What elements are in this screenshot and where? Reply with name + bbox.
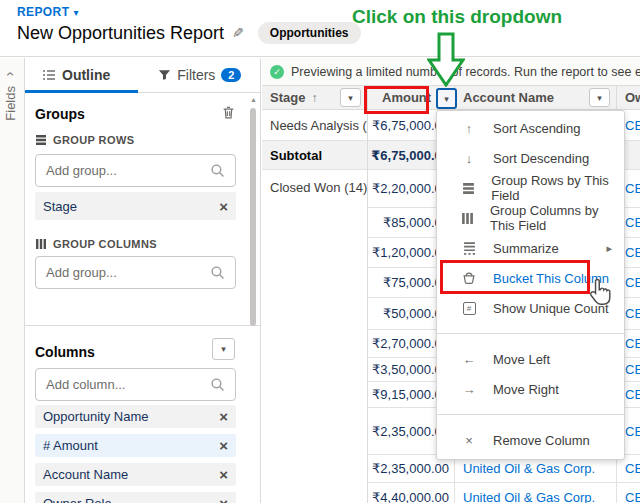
move-left-icon: ← <box>461 352 477 367</box>
menu-item-summarize[interactable]: Summarize▸ <box>437 233 624 263</box>
object-badge: Opportunities <box>258 22 361 44</box>
owner-role-link[interactable]: CEO <box>625 490 640 503</box>
stage-group-cell[interactable]: Closed Won (14) <box>262 170 367 195</box>
chip-label: Opportunity Name <box>43 409 219 424</box>
column-header-owner-role[interactable]: Owner Role <box>617 86 640 109</box>
stage-column-menu-button[interactable]: ▾ <box>340 88 361 107</box>
chip-remove-icon[interactable]: × <box>219 437 228 454</box>
owner-role-link[interactable]: CEO <box>625 306 640 321</box>
chip-remove-icon[interactable]: × <box>219 408 228 425</box>
chip-remove-icon[interactable]: × <box>219 466 228 483</box>
menu-item-label: Group Rows by This Field <box>491 173 624 203</box>
menu-item-sort-ascending[interactable]: ↑Sort Ascending <box>437 113 624 143</box>
sort-ascending-indicator-icon: ↑ <box>311 91 317 105</box>
group-columns-icon <box>35 238 47 250</box>
account-link[interactable]: United Oil & Gas Corp. <box>463 461 595 476</box>
column-header-account-name[interactable]: Account Name ▾ <box>455 86 617 109</box>
amount-column-dropdown-menu: ↑Sort Ascending↓Sort DescendingGroup Row… <box>436 110 625 460</box>
fields-panel-toggle[interactable]: › Fields <box>0 58 25 503</box>
filters-count-badge: 2 <box>221 68 241 82</box>
chip-label: # Amount <box>43 438 219 453</box>
column-chip[interactable]: Stage× <box>35 192 236 220</box>
tab-outline[interactable]: Outline <box>42 67 110 83</box>
column-chip[interactable]: Account Name× <box>35 463 236 486</box>
menu-item-label: Sort Ascending <box>493 121 580 136</box>
amount-column-menu-button[interactable]: ▾ <box>436 88 457 109</box>
scrollbar-thumb[interactable] <box>250 108 256 326</box>
add-column-input[interactable]: Add column... <box>35 368 236 401</box>
owner-role-link[interactable]: CEO <box>625 275 640 290</box>
owner-role-link[interactable]: CEO <box>625 387 640 402</box>
success-check-icon: ✓ <box>270 65 284 79</box>
menu-item-show-unique-count[interactable]: #Show Unique Count <box>437 293 624 323</box>
menu-item-label: Bucket This Column <box>493 271 609 286</box>
delete-groups-trash-icon[interactable] <box>221 105 236 123</box>
report-type-menu[interactable]: REPORT▾ <box>17 5 79 19</box>
owner-role-link[interactable]: CEO <box>625 336 640 351</box>
add-group-columns-input[interactable]: Add group... <box>35 256 236 289</box>
edit-pencil-icon[interactable]: ✎ <box>232 25 244 41</box>
columns-menu-button[interactable]: ▾ <box>212 338 235 360</box>
submenu-arrow-icon: ▸ <box>606 242 612 255</box>
chip-remove-icon[interactable]: × <box>219 495 228 503</box>
column-chip[interactable]: Owner Role× <box>35 492 236 503</box>
active-tab-indicator <box>25 90 138 93</box>
account-column-menu-button[interactable]: ▾ <box>589 88 610 107</box>
filter-funnel-icon <box>158 69 171 81</box>
menu-item-move-right[interactable]: →Move Right <box>437 374 624 404</box>
menu-item-label: Remove Column <box>493 433 590 448</box>
menu-item-group-columns-by-this-field[interactable]: Group Columns by This Field <box>437 203 624 233</box>
owner-role-link[interactable]: CEO <box>625 362 640 377</box>
report-builder-app: REPORT▾ New Opportunities Report ✎ Oppor… <box>0 0 640 503</box>
add-group-rows-input[interactable]: Add group... <box>35 154 236 187</box>
sidebar-scrollbar[interactable]: ▲ <box>250 96 257 503</box>
sort-ascending-icon: ↑ <box>461 121 477 136</box>
page-title: New Opportunities Report <box>17 23 224 44</box>
scrollbar-up-icon[interactable]: ▲ <box>250 96 257 103</box>
amount-cell: ₹4,40,000.00 <box>368 483 455 503</box>
annotation-arrow-down-icon <box>427 32 465 87</box>
remove-icon: × <box>461 433 477 448</box>
group-rows-icon <box>461 182 475 195</box>
tab-filters[interactable]: Filters 2 <box>158 67 241 83</box>
group-columns-label: GROUP COLUMNS <box>35 238 157 250</box>
report-label: REPORT <box>17 5 69 19</box>
account-cell: United Oil & Gas Corp. <box>455 483 617 503</box>
bucket-icon <box>461 271 477 285</box>
summarize-icon <box>461 242 477 255</box>
owner-role-link[interactable]: CEO <box>625 461 640 476</box>
chevron-right-icon: › <box>1 72 17 77</box>
tab-outline-label: Outline <box>62 67 110 83</box>
menu-item-sort-descending[interactable]: ↓Sort Descending <box>437 143 624 173</box>
menu-item-move-left[interactable]: ←Move Left <box>437 344 624 374</box>
owner-role-link[interactable]: CEO <box>625 424 640 439</box>
owner-role-link[interactable]: CEO <box>625 118 640 133</box>
menu-item-bucket-this-column[interactable]: Bucket This Column <box>437 263 624 293</box>
group-rows-label: GROUP ROWS <box>35 134 134 146</box>
search-icon <box>210 265 225 280</box>
add-column-placeholder: Add column... <box>46 377 210 392</box>
chip-remove-icon[interactable]: × <box>219 198 228 215</box>
menu-item-remove-column[interactable]: ×Remove Column <box>437 425 624 455</box>
owner-role-link[interactable]: CEO <box>625 245 640 260</box>
group-columns-icon <box>461 212 474 225</box>
account-link[interactable]: United Oil & Gas Corp. <box>463 490 595 503</box>
menu-item-label: Move Left <box>493 352 550 367</box>
menu-item-label: Summarize <box>493 241 559 256</box>
owner-role-link[interactable]: CEO <box>625 215 640 230</box>
column-header-stage[interactable]: Stage↑ ▾ <box>262 86 368 109</box>
column-chip[interactable]: Opportunity Name× <box>35 405 236 428</box>
column-chip[interactable]: # Amount× <box>35 434 236 457</box>
menu-item-label: Sort Descending <box>493 151 589 166</box>
menu-divider <box>437 414 624 415</box>
sort-descending-icon: ↓ <box>461 151 477 166</box>
group-rows-icon <box>35 134 47 146</box>
search-icon <box>210 163 225 178</box>
stage-group-cell[interactable]: Needs Analysis (1) <box>262 110 367 141</box>
menu-item-label: Show Unique Count <box>493 301 609 316</box>
owner-role-link[interactable]: CEO <box>625 181 640 196</box>
sidebar-tabs: Outline Filters 2 <box>25 58 260 93</box>
menu-item-group-rows-by-this-field[interactable]: Group Rows by This Field <box>437 173 624 203</box>
columns-section-title: Columns <box>35 344 95 360</box>
annotation-text: Click on this dropdown <box>352 6 562 28</box>
